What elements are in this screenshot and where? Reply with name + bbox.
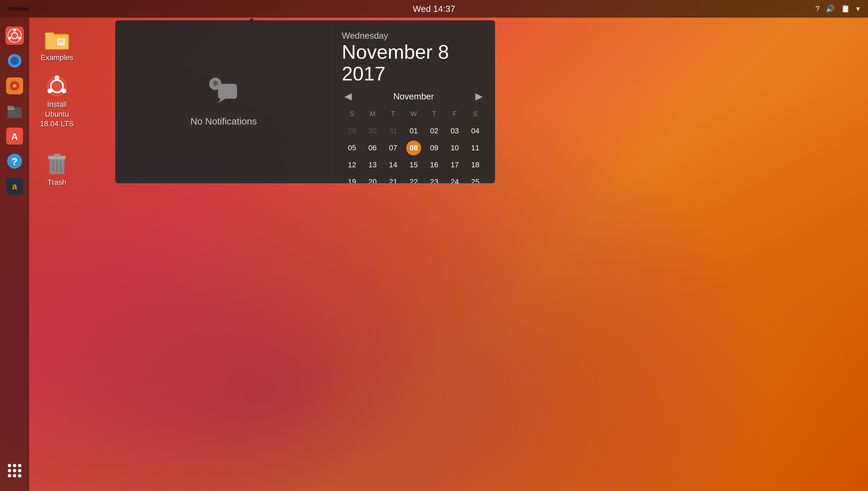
amazon-icon: a [6,178,23,195]
calendar-day[interactable]: 13 [365,157,380,172]
svg-text:✱: ✱ [212,79,219,88]
cal-header-sat: S [468,107,483,121]
examples-label: Examples [41,53,74,63]
cal-header-tue: T [386,107,400,121]
calendar-day-name: Wednesday [342,31,486,41]
calendar-date-big: November 8 2017 [342,41,486,84]
calendar-day[interactable]: 07 [386,140,400,155]
calendar-day[interactable]: 15 [406,157,421,172]
calendar-day[interactable]: 31 [386,124,400,138]
svg-point-30 [47,89,52,93]
dock-item-amazon[interactable]: a [1,175,28,197]
calendar-prev-button[interactable]: ◀ [342,92,355,101]
calendar-day[interactable]: 17 [447,157,462,172]
panel-arrow [247,18,256,23]
svg-point-2 [13,29,16,32]
dock-item-appstore[interactable]: A [1,125,28,147]
trash-icon [45,152,69,176]
question-icon[interactable]: ? [815,4,820,13]
dock-item-files[interactable] [1,100,28,122]
dock-item-help[interactable]: ? [1,150,28,172]
calendar-day[interactable]: 09 [427,140,442,155]
svg-text:?: ? [12,156,18,167]
install-ubuntu-icon [45,74,69,98]
calendar-grid: S M T W T F S 29303101020304050607080910… [342,106,486,183]
calendar-week-4: 19202122232425 [342,174,486,183]
topbar: Activities Wed 14:37 ? 🔊 📋 ▾ [0,0,868,18]
desktop-icon-install-ubuntu[interactable]: InstallUbuntu18.04 LTS [37,71,77,132]
calendar-day[interactable]: 04 [468,124,483,138]
svg-rect-13 [7,106,14,108]
svg-rect-22 [45,33,54,35]
calendar-day[interactable]: 03 [447,124,462,138]
calendar-day[interactable]: 02 [427,124,442,138]
calendar-day[interactable]: 23 [427,174,442,183]
calendar-month-header: ◀ November ▶ [342,91,486,102]
svg-text:a: a [12,181,17,191]
calendar-day[interactable]: 30 [365,124,380,138]
dock-item-firefox[interactable] [1,50,28,72]
calendar-day[interactable]: 06 [365,140,380,155]
no-notifications-icon: ✱ [209,77,239,111]
calendar-day[interactable]: 25 [468,174,483,183]
dropdown-icon[interactable]: ▾ [856,4,860,13]
svg-rect-23 [46,35,68,49]
desktop-icon-examples[interactable]: Examples [37,24,77,65]
notification-bubble-icon: ✱ [209,77,239,104]
calendar-day[interactable]: 08 [406,140,421,155]
cal-header-sun: S [344,107,359,121]
svg-rect-34 [54,154,60,156]
volume-icon[interactable]: 🔊 [826,4,835,13]
calendar-month-name: November [393,91,434,102]
dock-app-launcher[interactable] [4,460,25,481]
svg-point-10 [14,85,15,87]
calendar-day[interactable]: 21 [386,174,400,183]
notifications-area: ✱ No Notifications [115,20,332,183]
calendar-day[interactable]: 12 [344,157,359,172]
svg-point-4 [18,37,21,39]
calendar-day[interactable]: 11 [468,140,483,155]
calendar-next-button[interactable]: ▶ [473,92,486,101]
desktop-icon-trash[interactable]: Trash [37,149,77,190]
calendar-week-1: 29303101020304 [342,123,486,139]
no-notifications-label: No Notifications [190,116,257,127]
calendar-day[interactable]: 01 [406,124,421,138]
activities-button[interactable]: Activities [8,6,29,12]
calendar-day[interactable]: 24 [447,174,462,183]
svg-point-3 [8,37,11,39]
files-icon [6,102,23,119]
help-icon: ? [6,153,23,170]
calendar-day[interactable]: 20 [365,174,380,183]
dock-item-rhythmbox[interactable] [1,75,28,97]
clipboard-icon[interactable]: 📋 [841,4,850,13]
rhythmbox-icon [6,77,23,94]
svg-rect-40 [218,84,237,99]
calendar-week-2: 05060708091011 [342,140,486,156]
svg-marker-41 [218,99,225,103]
calendar-day[interactable]: 29 [344,124,359,138]
topbar-clock[interactable]: Wed 14:37 [413,4,455,14]
calendar-day[interactable]: 14 [386,157,400,172]
calendar-week-3: 12131415161718 [342,157,486,173]
svg-point-6 [11,57,19,65]
notification-calendar-panel: ✱ No Notifications Wednesday November 8 … [115,20,495,183]
trash-label: Trash [47,178,66,188]
calendar-day[interactable]: 22 [406,174,421,183]
calendar-area: Wednesday November 8 2017 ◀ November ▶ S… [332,20,495,183]
cal-header-fri: F [447,107,462,121]
firefox-icon [6,52,23,69]
calendar-day[interactable]: 05 [344,140,359,155]
folder-icon [45,27,69,52]
topbar-system-icons: ? 🔊 📋 ▾ [815,4,860,13]
calendar-day[interactable]: 18 [468,157,483,172]
calendar-day[interactable]: 16 [427,157,442,172]
svg-text:A: A [11,131,18,142]
svg-point-29 [55,75,59,80]
cal-header-mon: M [365,107,380,121]
calendar-day[interactable]: 10 [447,140,462,155]
calendar-day[interactable]: 19 [344,174,359,183]
appstore-icon: A [6,128,23,145]
dock-item-ubuntu[interactable] [1,24,28,47]
cal-header-wed: W [406,107,421,121]
svg-point-31 [62,89,66,93]
